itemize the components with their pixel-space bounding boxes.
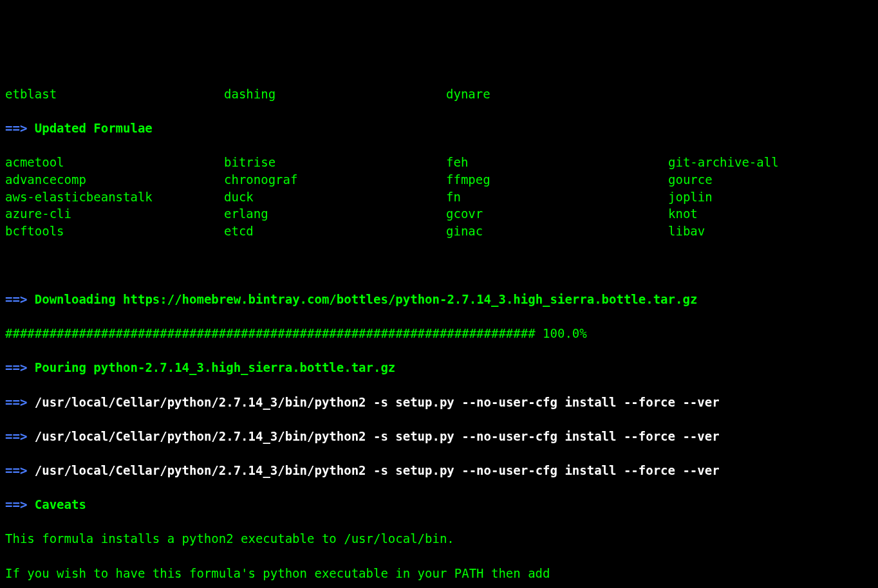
formulae-col4: git-archive-all gource joplin knot libav bbox=[668, 154, 873, 239]
formula-item: aws-elasticbeanstalk bbox=[5, 190, 153, 204]
progress-bar: ########################################… bbox=[5, 326, 536, 340]
partial-col3: dynare bbox=[446, 86, 668, 103]
arrow-icon: ==> bbox=[5, 395, 27, 409]
partial-col1: etblast bbox=[5, 86, 224, 103]
caveats-header: ==> Caveats bbox=[5, 496, 873, 513]
pouring-label: Pouring bbox=[35, 360, 86, 374]
arrow-icon: ==> bbox=[5, 463, 27, 477]
caveats-text: This formula installs a python2 executab… bbox=[5, 530, 873, 547]
pouring-line: ==> Pouring python-2.7.14_3.high_sierra.… bbox=[5, 359, 873, 376]
pouring-file: python-2.7.14_3.high_sierra.bottle.tar.g… bbox=[93, 360, 395, 374]
updated-formulae-header: ==> Updated Formulae bbox=[5, 120, 873, 137]
formula-item: joplin bbox=[668, 190, 713, 204]
formulae-col2: bitrise chronograf duck erlang etcd bbox=[224, 154, 446, 239]
blank-line bbox=[5, 257, 873, 274]
setup-line-2: ==> /usr/local/Cellar/python/2.7.14_3/bi… bbox=[5, 428, 873, 445]
formula-item: advancecomp bbox=[5, 172, 86, 187]
arrow-icon: ==> bbox=[5, 497, 27, 511]
formula-item: fn bbox=[446, 190, 461, 204]
setup-command: /usr/local/Cellar/python/2.7.14_3/bin/py… bbox=[35, 395, 720, 409]
formula-item: libav bbox=[668, 224, 705, 238]
partial-col2: dashing bbox=[224, 86, 446, 103]
formula-item: ffmpeg bbox=[446, 172, 490, 187]
formula-item: etcd bbox=[224, 224, 254, 238]
formula-item: acmetool bbox=[5, 155, 64, 169]
caveats-label: Caveats bbox=[35, 497, 86, 511]
formula-item: gcovr bbox=[446, 207, 483, 221]
setup-command: /usr/local/Cellar/python/2.7.14_3/bin/py… bbox=[35, 463, 720, 477]
downloading-url: https://homebrew.bintray.com/bottles/pyt… bbox=[123, 292, 697, 306]
formula-item: duck bbox=[224, 190, 254, 204]
arrow-icon: ==> bbox=[5, 429, 27, 443]
formula-item: knot bbox=[668, 207, 698, 221]
formula-item: bitrise bbox=[224, 155, 276, 169]
formula-item: ginac bbox=[446, 224, 483, 238]
updated-formulae-label: Updated Formulae bbox=[35, 121, 153, 135]
formula-item: chronograf bbox=[224, 172, 297, 187]
downloading-line: ==> Downloading https://homebrew.bintray… bbox=[5, 291, 873, 308]
arrow-icon: ==> bbox=[5, 292, 27, 306]
setup-command: /usr/local/Cellar/python/2.7.14_3/bin/py… bbox=[35, 429, 720, 443]
setup-line-3: ==> /usr/local/Cellar/python/2.7.14_3/bi… bbox=[5, 462, 873, 479]
formulae-col3: feh ffmpeg fn gcovr ginac bbox=[446, 154, 668, 239]
downloading-label: Downloading bbox=[35, 292, 116, 306]
formulae-list: acmetool advancecomp aws-elasticbeanstal… bbox=[5, 154, 873, 239]
formula-item: azure-cli bbox=[5, 207, 71, 221]
formulae-col1: acmetool advancecomp aws-elasticbeanstal… bbox=[5, 154, 224, 239]
caveats-text: If you wish to have this formula's pytho… bbox=[5, 565, 873, 582]
formula-item: gource bbox=[668, 172, 713, 187]
terminal-window[interactable]: etblastdashingdynare ==> Updated Formula… bbox=[0, 68, 878, 588]
formula-item: feh bbox=[446, 155, 468, 169]
partial-line: etblastdashingdynare bbox=[5, 86, 873, 103]
formula-item: git-archive-all bbox=[668, 155, 779, 169]
arrow-icon: ==> bbox=[5, 121, 27, 135]
progress-line: ########################################… bbox=[5, 325, 873, 342]
formula-item: bcftools bbox=[5, 224, 64, 238]
formula-item: erlang bbox=[224, 207, 268, 221]
progress-percent: 100.0% bbox=[543, 326, 587, 340]
setup-line-1: ==> /usr/local/Cellar/python/2.7.14_3/bi… bbox=[5, 394, 873, 411]
arrow-icon: ==> bbox=[5, 360, 27, 374]
